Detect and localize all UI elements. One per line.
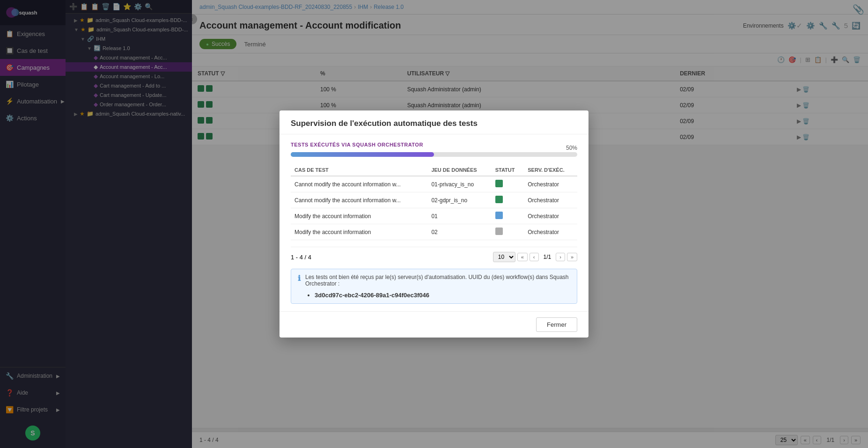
- progress-bar-fill: [291, 152, 434, 157]
- modal-serv: Orchestrator: [524, 192, 577, 208]
- uuid-item: 3d0cd97c-ebc2-4206-89a1-c94f0ec3f046: [315, 292, 570, 299]
- modal-title: Supervision de l'exécution automatique d…: [291, 119, 577, 128]
- modal-statut: [492, 192, 524, 208]
- modal-cas: Modify the account information: [291, 224, 427, 240]
- progress-bar: 50%: [291, 152, 577, 157]
- modal-first-page[interactable]: «: [517, 253, 528, 261]
- modal-table: CAS DE TEST JEU DE DONNÉES STATUT SERV. …: [291, 164, 577, 240]
- modal-prev-page[interactable]: ‹: [530, 253, 539, 261]
- modal-jeu: 01-privacy_is_no: [427, 176, 491, 192]
- modal-serv: Orchestrator: [524, 224, 577, 240]
- modal-row: Cannot modify the account information w.…: [291, 176, 577, 192]
- modal-cas: Modify the account information: [291, 208, 427, 224]
- modal-col-statut: STATUT: [492, 164, 524, 176]
- modal-serv: Orchestrator: [524, 208, 577, 224]
- status-green-indicator: [495, 196, 503, 203]
- status-green-indicator: [495, 180, 503, 187]
- close-modal-button[interactable]: Fermer: [536, 317, 577, 332]
- modal-last-page[interactable]: »: [567, 253, 577, 261]
- modal-row: Modify the account information 02 Orches…: [291, 224, 577, 240]
- modal-overlay: Supervision de l'exécution automatique d…: [0, 0, 868, 448]
- modal-per-page-select[interactable]: 102550: [493, 252, 515, 262]
- modal-header: Supervision de l'exécution automatique d…: [280, 110, 588, 134]
- modal-pagination-controls: 102550 « ‹ 1/1 › »: [493, 252, 577, 262]
- modal-footer: Fermer: [280, 311, 588, 338]
- modal-serv: Orchestrator: [524, 176, 577, 192]
- modal-row: Cannot modify the account information w.…: [291, 192, 577, 208]
- status-gray-indicator: [495, 228, 503, 235]
- modal-page-info: 1/1: [541, 254, 554, 260]
- modal-pagination: 1 - 4 / 4 102550 « ‹ 1/1 › »: [291, 247, 577, 262]
- info-content: Les tests ont bien été reçus par le(s) s…: [305, 274, 570, 299]
- modal-next-page[interactable]: ›: [556, 253, 565, 261]
- status-blue-indicator: [495, 212, 503, 219]
- modal-row: Modify the account information 01 Orches…: [291, 208, 577, 224]
- modal-col-jeu: JEU DE DONNÉES: [427, 164, 491, 176]
- modal-cas: Cannot modify the account information w.…: [291, 192, 427, 208]
- modal-jeu: 02-gdpr_is_no: [427, 192, 491, 208]
- modal-jeu: 02: [427, 224, 491, 240]
- modal-info-box: ℹ Les tests ont bien été reçus par le(s)…: [291, 269, 577, 304]
- modal-statut: [492, 176, 524, 192]
- info-icon: ℹ: [298, 274, 301, 283]
- modal: Supervision de l'exécution automatique d…: [280, 110, 588, 338]
- modal-body: TESTS EXÉCUTÉS VIA SQUASH ORCHESTRATOR 5…: [280, 134, 588, 311]
- modal-col-cas: CAS DE TEST: [291, 164, 427, 176]
- progress-pct-label: 50%: [566, 145, 577, 151]
- info-text: Les tests ont bien été reçus par le(s) s…: [305, 274, 569, 287]
- modal-pagination-info: 1 - 4 / 4: [291, 254, 311, 261]
- modal-statut: [492, 224, 524, 240]
- modal-cas: Cannot modify the account information w.…: [291, 176, 427, 192]
- uuid-list: 3d0cd97c-ebc2-4206-89a1-c94f0ec3f046: [305, 292, 570, 299]
- modal-jeu: 01: [427, 208, 491, 224]
- modal-statut: [492, 208, 524, 224]
- section-label: TESTS EXÉCUTÉS VIA SQUASH ORCHESTRATOR: [291, 142, 577, 147]
- modal-col-serv: SERV. D'EXÉC.: [524, 164, 577, 176]
